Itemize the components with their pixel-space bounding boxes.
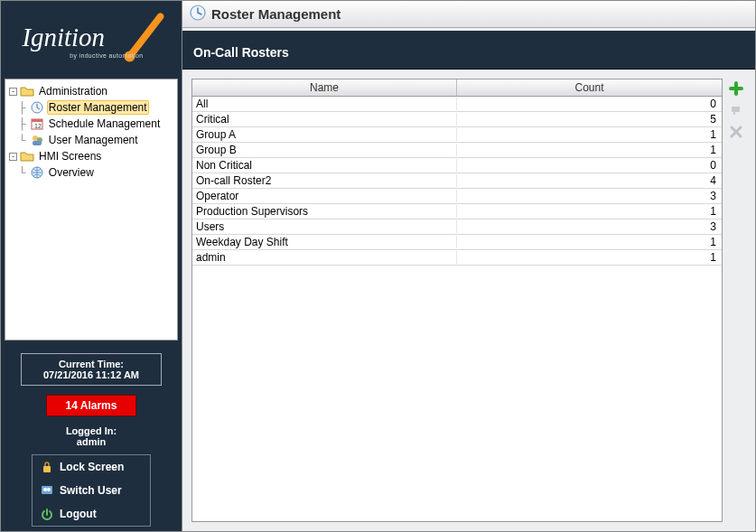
svg-rect-8 bbox=[33, 141, 42, 145]
cell-name: On-call Roster2 bbox=[192, 174, 457, 187]
table-row[interactable]: Group B1 bbox=[192, 143, 722, 158]
time-value: 07/21/2016 11:12 AM bbox=[22, 369, 161, 380]
edit-button[interactable] bbox=[728, 102, 744, 118]
svg-rect-16 bbox=[733, 112, 735, 115]
cell-name: All bbox=[192, 98, 457, 110]
cell-name: admin bbox=[192, 251, 457, 264]
cell-count: 0 bbox=[457, 159, 722, 172]
cell-count: 1 bbox=[457, 251, 722, 264]
tree-schedule-management[interactable]: ├ 12 Schedule Management bbox=[7, 116, 175, 132]
cell-name: Weekday Day Shift bbox=[192, 236, 457, 248]
main-panel: Roster Management On-Call Rosters Name C… bbox=[182, 1, 755, 531]
tree-roster-management[interactable]: ├ Roster Management bbox=[7, 99, 175, 116]
table-actions bbox=[728, 79, 746, 522]
cell-name: Non Critical bbox=[192, 159, 457, 172]
collapse-icon[interactable]: - bbox=[9, 153, 17, 161]
cell-count: 0 bbox=[457, 98, 722, 110]
tree-user-management[interactable]: └ User Management bbox=[7, 132, 175, 148]
button-label: Lock Screen bbox=[60, 461, 124, 473]
table-body: All0Critical5Group A1Group B1Non Critica… bbox=[192, 97, 722, 521]
cell-name: Production Supervisors bbox=[192, 205, 457, 218]
collapse-icon[interactable]: - bbox=[9, 88, 17, 96]
tree-label: Roster Management bbox=[47, 100, 149, 115]
add-button[interactable] bbox=[728, 80, 744, 97]
cell-count: 1 bbox=[457, 236, 722, 248]
table-row[interactable]: Operator3 bbox=[192, 189, 722, 204]
alarm-button[interactable]: 14 Alarms bbox=[46, 395, 136, 416]
column-name[interactable]: Name bbox=[192, 79, 457, 96]
table-row[interactable]: admin1 bbox=[192, 250, 722, 266]
svg-rect-15 bbox=[732, 107, 740, 112]
users-icon bbox=[30, 133, 44, 147]
svg-text:Ignition: Ignition bbox=[22, 23, 105, 51]
folder-icon bbox=[20, 149, 34, 163]
table-row[interactable]: Production Supervisors1 bbox=[192, 204, 722, 219]
table-header: Name Count bbox=[192, 79, 722, 97]
title-bar: Roster Management bbox=[182, 1, 755, 28]
cell-name: Users bbox=[192, 220, 457, 233]
logged-in-label: Logged In: bbox=[10, 425, 173, 436]
table-row[interactable]: Weekday Day Shift1 bbox=[192, 235, 722, 250]
lock-screen-button[interactable]: Lock Screen bbox=[33, 455, 150, 479]
tree-label: HMI Screens bbox=[37, 149, 103, 163]
button-label: Logout bbox=[60, 508, 97, 520]
table-row[interactable]: Users3 bbox=[192, 219, 722, 235]
switch-user-icon bbox=[40, 483, 54, 498]
delete-button[interactable] bbox=[728, 124, 744, 140]
cell-count: 3 bbox=[457, 190, 722, 202]
svg-text:12: 12 bbox=[34, 123, 42, 129]
table-row[interactable]: On-call Roster24 bbox=[192, 173, 722, 189]
button-label: Switch User bbox=[60, 484, 122, 497]
cell-count: 1 bbox=[457, 144, 722, 156]
tree-label: Schedule Management bbox=[47, 117, 162, 131]
tree-label: User Management bbox=[47, 133, 140, 147]
status-block: Current Time: 07/21/2016 11:12 AM 14 Ala… bbox=[1, 348, 182, 532]
tree-administration[interactable]: - Administration bbox=[7, 83, 175, 99]
sidebar: Ignition by inductive automation - Admin… bbox=[1, 1, 182, 531]
tree-overview[interactable]: └ Overview bbox=[7, 164, 175, 181]
table-row[interactable]: Non Critical0 bbox=[192, 158, 722, 173]
rosters-table: Name Count All0Critical5Group A1Group B1… bbox=[191, 79, 723, 522]
cell-name: Critical bbox=[192, 113, 457, 126]
section-header: On-Call Rosters bbox=[182, 31, 755, 70]
brand-logo: Ignition by inductive automation bbox=[1, 1, 182, 77]
svg-rect-10 bbox=[43, 466, 51, 472]
current-time-box: Current Time: 07/21/2016 11:12 AM bbox=[21, 353, 162, 386]
session-buttons: Lock Screen Switch User Logout bbox=[32, 454, 151, 527]
tree-hmi-screens[interactable]: - HMI Screens bbox=[7, 148, 175, 164]
cell-count: 1 bbox=[457, 205, 722, 218]
tree-label: Administration bbox=[37, 84, 109, 98]
globe-icon bbox=[30, 165, 44, 180]
cell-count: 1 bbox=[457, 128, 722, 141]
logout-button[interactable]: Logout bbox=[33, 502, 150, 526]
table-row[interactable]: Group A1 bbox=[192, 127, 722, 143]
column-count[interactable]: Count bbox=[457, 79, 722, 96]
logged-in-box: Logged In: admin bbox=[10, 425, 173, 447]
page-title: Roster Management bbox=[211, 6, 341, 22]
time-label: Current Time: bbox=[22, 359, 161, 369]
svg-rect-4 bbox=[32, 119, 42, 122]
nav-tree: - Administration ├ Roster Management ├ 1… bbox=[5, 79, 178, 341]
svg-point-12 bbox=[43, 488, 47, 491]
table-row[interactable]: Critical5 bbox=[192, 112, 722, 127]
lock-icon bbox=[40, 460, 54, 474]
folder-icon bbox=[20, 84, 34, 98]
logged-in-user: admin bbox=[10, 436, 173, 447]
svg-point-13 bbox=[47, 488, 51, 491]
cell-name: Group A bbox=[192, 128, 457, 141]
clock-icon bbox=[30, 100, 44, 115]
switch-user-button[interactable]: Switch User bbox=[33, 479, 150, 502]
cell-name: Operator bbox=[192, 190, 457, 202]
svg-rect-11 bbox=[42, 486, 52, 494]
section-title: On-Call Rosters bbox=[193, 45, 289, 60]
tree-label: Overview bbox=[47, 165, 96, 180]
cell-count: 5 bbox=[457, 113, 722, 126]
cell-name: Group B bbox=[192, 144, 457, 156]
logout-icon bbox=[40, 507, 54, 521]
cell-count: 3 bbox=[457, 220, 722, 233]
calendar-icon: 12 bbox=[30, 117, 44, 131]
table-row[interactable]: All0 bbox=[192, 97, 722, 112]
clock-icon bbox=[190, 5, 206, 23]
brand-tagline: by inductive automation bbox=[70, 52, 143, 60]
content-area: Name Count All0Critical5Group A1Group B1… bbox=[182, 70, 755, 531]
